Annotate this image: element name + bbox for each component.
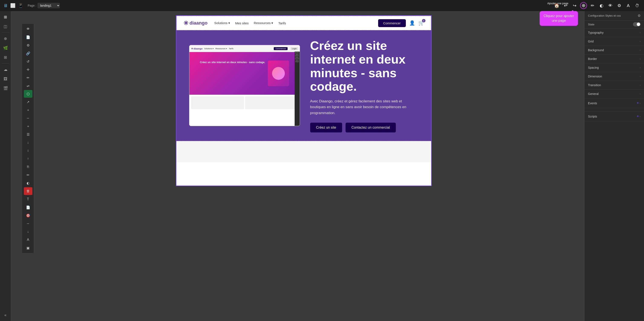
tool-text[interactable]: T <box>24 195 32 203</box>
sidebar-item-video[interactable]: 🎬 <box>1 84 10 93</box>
nav-link-mes-sites[interactable]: Mes sites <box>235 21 248 25</box>
timer-icon[interactable]: ⏱ <box>634 2 640 9</box>
tool-refresh[interactable]: ↺ <box>24 58 32 65</box>
prop-row-background[interactable]: Background › <box>584 46 644 55</box>
sidebar-collapse-btn[interactable]: « <box>1 311 10 319</box>
tablet-icon[interactable]: ⬜ <box>10 3 16 8</box>
events-plus-icon[interactable]: + <box>636 101 639 105</box>
contrast-icon[interactable]: ◐ <box>598 2 605 9</box>
state-row: State <box>584 21 644 28</box>
mobile-icon[interactable]: 📱 <box>18 3 24 8</box>
tool-grid-item[interactable]: ▣ <box>24 244 32 252</box>
site-logo-text: diaango <box>190 20 208 26</box>
sidebar-item-media[interactable]: 🖼 <box>1 75 10 83</box>
tool-font[interactable]: A <box>24 236 32 244</box>
tool-copy[interactable]: ⎘ <box>24 163 32 171</box>
page-label: Page : <box>28 4 36 7</box>
config-styles-btn[interactable]: Configuration Styles et css <box>588 14 621 17</box>
prop-row-spacing[interactable]: Spacing › <box>584 63 644 72</box>
hero-section: ✳ diaango Solutions ▾ Ressources ▾ Tarif… <box>176 30 431 141</box>
add-page-icon[interactable]: ⊕ <box>580 2 587 9</box>
sidebar-item-cloud[interactable]: ☁ <box>1 65 10 74</box>
scripts-plus-icon[interactable]: + <box>636 114 639 119</box>
preview-icon[interactable]: 👁 <box>607 2 614 9</box>
tool-contrast[interactable]: ◐ <box>24 179 32 187</box>
settings-icon[interactable]: ⚙ <box>616 2 623 9</box>
edit-icon[interactable]: ✏ <box>589 2 596 9</box>
sidebar-item-grid[interactable]: ⊞ <box>1 53 10 62</box>
top-toolbar: 🖥 ⬜ 📱 Page : landing1 🏠 ↩ ↪ ⊕ ✏ ◐ 👁 ⚙ A … <box>0 0 644 11</box>
tool-plus-large[interactable]: ＋ <box>24 106 32 114</box>
right-panel-header: Configuration Styles et css ⚙ <box>584 11 644 21</box>
prop-row-transition[interactable]: Transition › <box>584 81 644 90</box>
tool-up[interactable]: ↑ <box>24 155 32 163</box>
cart-badge: 0 <box>422 19 426 22</box>
tool-resize-h[interactable]: ↔ <box>24 114 32 122</box>
tool-component[interactable]: ⬡ <box>24 90 32 98</box>
tool-resize-v[interactable]: ↕ <box>24 147 32 154</box>
prop-row-dimension[interactable]: Dimension › <box>584 72 644 81</box>
preview-nav: ✳ diaango Solutions ▾ Ressources ▾ Tarif… <box>190 45 300 52</box>
nav-link-tarifs[interactable]: Tarifs <box>278 21 286 25</box>
tool-arrow[interactable]: ↗ <box>24 98 32 106</box>
prop-arrow-border: › <box>640 57 640 60</box>
state-toggle[interactable] <box>633 22 640 27</box>
floating-tool-panel: 👁 📄 ⚙ 🔗 ↺ ✛ ✏ ⇌ ⬡ ↗ ＋ ↔ ＋ ☰ ↓ ↕ ↑ ⎘ ✏ ◐ … <box>22 24 34 253</box>
user-icon[interactable]: 👤 <box>409 20 415 26</box>
sidebar-item-dashboard[interactable]: ⊞ <box>1 13 10 21</box>
prop-label-border: Border <box>588 57 597 61</box>
preview-links: Solutions ▾ Ressources ▾ Tarifs <box>204 48 234 50</box>
tool-edit[interactable]: ✏ <box>24 74 32 81</box>
hero-heading: Créez un site internet en deux minutes -… <box>310 39 418 93</box>
prop-row-events[interactable]: Events + › <box>584 98 644 108</box>
sidebar-item-components[interactable]: 🌿 <box>1 44 10 52</box>
panel-gear-icon[interactable]: ⚙ <box>638 14 640 18</box>
prop-row-general[interactable]: General › <box>584 90 644 98</box>
redo-icon[interactable]: ↪ <box>571 2 578 9</box>
sidebar-item-add[interactable]: ⊕ <box>1 34 10 43</box>
tool-swap[interactable]: ⇌ <box>24 82 32 90</box>
prop-arrow-typography: › <box>640 31 640 34</box>
tool-list[interactable]: ☰ <box>24 130 32 138</box>
tool-file[interactable]: 📄 <box>24 204 32 211</box>
cart-container: 🛒 0 <box>418 20 424 26</box>
logo-star-icon: ✳ <box>184 20 188 27</box>
preview-block-2 <box>245 96 298 109</box>
prop-arrow-scripts: › <box>640 115 640 118</box>
tool-pen[interactable]: ✏ <box>24 171 32 179</box>
prop-spacer <box>584 108 644 112</box>
nav-link-solutions[interactable]: Solutions ▾ <box>214 21 230 25</box>
tool-resize-2[interactable]: ↔ <box>24 220 32 227</box>
preview-commencer: Commencer <box>274 47 288 50</box>
contact-btn[interactable]: Contactez un commercial <box>346 123 396 132</box>
sidebar-divider <box>2 32 9 33</box>
tool-view[interactable]: 👁 <box>24 25 32 33</box>
canvas-frame: ✳ diaango Solutions ▾ Mes sites Ressourc… <box>176 15 432 186</box>
tool-page[interactable]: 📄 <box>24 33 32 41</box>
tool-target[interactable]: 🎯 <box>24 212 32 219</box>
tool-crosshair[interactable]: ✛ <box>24 66 32 73</box>
prop-row-grid[interactable]: Grid › <box>584 37 644 46</box>
prop-label-transition: Transition <box>588 83 601 87</box>
tool-link[interactable]: 🔗 <box>24 50 32 57</box>
nav-link-ressources[interactable]: Ressources ▾ <box>254 21 273 25</box>
prop-row-border[interactable]: Border › <box>584 55 644 63</box>
tool-arrow-down[interactable]: ↓ <box>24 228 32 235</box>
tool-plus-small[interactable]: ＋ <box>24 122 32 130</box>
tool-delete[interactable]: 🗑 <box>24 187 32 195</box>
sidebar-item-layers[interactable]: ◫ <box>1 22 10 31</box>
create-site-btn[interactable]: Créez un site <box>310 123 342 132</box>
tool-down[interactable]: ↓ <box>24 139 32 146</box>
preview-heading-text: Créez un site internet en deux minutes -… <box>200 61 265 64</box>
prop-row-typography[interactable]: Typography › <box>584 28 644 37</box>
preview-hero: Créez un site internet en deux minutes -… <box>190 52 300 95</box>
canvas-area[interactable]: 👁 📄 ⚙ 🔗 ↺ ✛ ✏ ⇌ ⬡ ↗ ＋ ↔ ＋ ☰ ↓ ↕ ↑ ⎘ ✏ ◐ … <box>11 11 584 321</box>
tool-settings[interactable]: ⚙ <box>24 41 32 49</box>
page-dropdown[interactable]: landing1 <box>38 3 60 8</box>
font-icon[interactable]: A <box>625 2 632 9</box>
prop-row-scripts[interactable]: Scripts + › <box>584 112 644 121</box>
nav-commencer-btn[interactable]: Commencer <box>378 19 406 27</box>
prop-arrow-dimension: › <box>640 75 640 78</box>
desktop-icon[interactable]: 🖥 <box>4 3 8 8</box>
preview-image-block <box>268 61 289 86</box>
